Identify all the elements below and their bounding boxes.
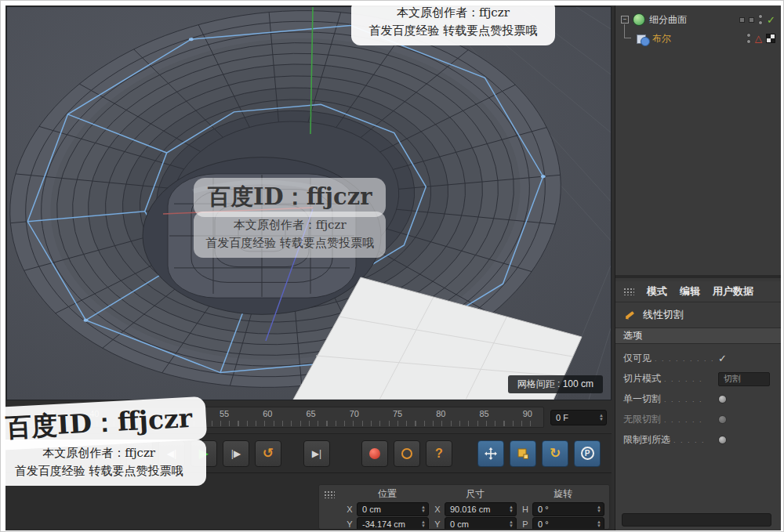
warning-triangle-icon: △ <box>755 33 762 44</box>
dotted-leader: . . . . . . <box>664 396 715 404</box>
field-stepper[interactable]: ▲▼ <box>597 505 601 513</box>
tab-mode[interactable]: 模式 <box>647 284 667 299</box>
stepper-down-icon[interactable]: ▼ <box>509 524 514 528</box>
rotation-h-field[interactable]: 0 ° ▲▼ <box>532 502 604 516</box>
option-label: 无限切割 <box>623 413 661 426</box>
field-stepper[interactable]: ▲▼ <box>421 520 426 528</box>
position-x-field[interactable]: 0 cm ▲▼ <box>357 502 429 516</box>
object-row-boole[interactable]: 布尔 △ <box>615 29 781 48</box>
pencil-icon <box>623 309 636 321</box>
subdivision-surface-icon <box>633 13 645 26</box>
options-section-header[interactable]: 选项 <box>615 328 781 344</box>
dotted-leader: . . . . . . <box>664 416 715 424</box>
object-label[interactable]: 细分曲面 <box>649 13 735 27</box>
checkbox-checked-icon[interactable]: ✓ <box>718 353 727 364</box>
tick-label: 80 <box>436 409 445 418</box>
size-x-field[interactable]: 90.016 cm ▲▼ <box>445 502 517 516</box>
goto-end-button[interactable]: ▶| <box>303 440 330 467</box>
rotation-h-value: 0 ° <box>538 505 597 514</box>
tab-user-data[interactable]: 用户数据 <box>713 284 753 299</box>
next-frame-button[interactable]: |▶ <box>223 440 249 467</box>
dotted-leader: . . . . . . . . . <box>655 355 715 363</box>
tab-edit[interactable]: 编辑 <box>680 284 700 299</box>
axis-label: P <box>521 519 529 529</box>
rotation-header: 旋转 <box>521 487 604 501</box>
coordinates-panel: 位置 尺寸 旋转 X 0 cm ▲▼ X <box>318 484 610 530</box>
field-stepper[interactable]: ▲▼ <box>421 505 426 513</box>
size-header: 尺寸 <box>434 487 517 501</box>
field-stepper[interactable]: ▲▼ <box>509 505 514 513</box>
object-label[interactable]: 布尔 <box>652 32 742 45</box>
checkbox-unchecked[interactable] <box>718 436 727 444</box>
rotate-tool-button[interactable]: ↻ <box>542 440 568 467</box>
checkbox-unchecked[interactable] <box>718 395 727 404</box>
layer-chip[interactable] <box>749 17 754 23</box>
position-y-field[interactable]: -34.174 cm ▲▼ <box>357 517 429 530</box>
watermark-big-box: 百度ID：ffjczr <box>194 178 386 217</box>
record-keyframe-button[interactable] <box>361 440 388 467</box>
dotted-leader: . . . . . <box>673 436 715 444</box>
visibility-dots[interactable] <box>746 33 751 44</box>
slice-mode-dropdown[interactable]: 切割 <box>718 372 770 386</box>
loop-icon: ↺ <box>263 445 274 461</box>
stepper-down-icon[interactable]: ▼ <box>597 509 601 513</box>
watermark-line2: 首发百度经验 转载要点赞投票哦 <box>204 234 376 252</box>
watermark-bottom-left: 百度ID：ffjczr 本文原创作者：ffjczr 首发百度经验 转载要点赞投票… <box>0 402 206 486</box>
layer-chip[interactable] <box>739 17 745 23</box>
texture-checker-icon[interactable] <box>766 34 775 43</box>
visibility-dots[interactable] <box>758 14 763 25</box>
current-frame-field[interactable]: 0 F ▲ ▼ <box>550 410 607 425</box>
attribute-manager: 模式 编辑 用户数据 线性切割 选项 仅可见 . . . . . . . . .… <box>615 281 781 530</box>
autokey-button[interactable] <box>394 440 420 467</box>
stepper-down-icon[interactable]: ▼ <box>421 509 426 513</box>
watermark-lines-box: 本文原创作者：ffjczr 首发百度经验 转载要点赞投票哦 <box>351 0 555 45</box>
clipped-field[interactable] <box>622 513 771 527</box>
p-coordinate-icon: P <box>581 447 594 460</box>
dropdown-value: 切割 <box>724 373 741 385</box>
field-stepper[interactable]: ▲▼ <box>597 520 601 528</box>
field-stepper[interactable]: ▲▼ <box>509 520 514 528</box>
option-restrict-to-selection: 限制到所选 . . . . . <box>623 432 773 447</box>
tick-label: 90 <box>523 409 532 418</box>
panel-handle-icon <box>324 490 335 498</box>
rotation-p-field[interactable]: 0 ° ▲▼ <box>532 517 604 530</box>
stepper-down-icon[interactable]: ▼ <box>597 524 601 528</box>
size-y-field[interactable]: 0 cm ▲▼ <box>445 517 517 530</box>
tree-collapse-toggle[interactable]: − <box>621 16 629 24</box>
watermark-line1: 本文原创作者：ffjczr <box>204 216 376 234</box>
option-single-cut: 单一切割 . . . . . . <box>623 392 773 407</box>
axis-label: X <box>434 505 441 514</box>
keying-help-button[interactable]: ? <box>426 440 452 467</box>
stepper-down-icon[interactable]: ▼ <box>599 418 604 422</box>
frame-stepper[interactable]: ▲ ▼ <box>599 414 604 422</box>
app-window: 网格间距 : 100 cm 35 40 45 50 55 60 65 70 75… <box>0 0 784 532</box>
active-tool-row: 线性切割 <box>615 302 781 328</box>
move-tool-button[interactable] <box>477 440 504 467</box>
scale-tool-button[interactable] <box>510 440 536 467</box>
watermark-line2: 首发百度经验 转载要点赞投票哦 <box>2 462 196 480</box>
question-icon: ? <box>435 447 443 461</box>
minus-icon: − <box>623 16 627 23</box>
loop-playback-button[interactable]: ↺ <box>255 440 281 467</box>
dotted-leader: . . . . . . <box>664 375 715 383</box>
size-y-value: 0 cm <box>450 519 509 529</box>
axis-label: Y <box>434 519 441 529</box>
stepper-down-icon[interactable]: ▼ <box>509 509 514 513</box>
scale-icon <box>516 447 530 461</box>
option-only-visible: 仅可见 . . . . . . . . . ✓ <box>623 351 773 366</box>
boole-icon <box>636 32 648 45</box>
enabled-check-icon[interactable]: ✓ <box>767 14 775 26</box>
coordinate-system-button[interactable]: P <box>574 440 601 467</box>
watermark-big-text: 百度ID：ffjczr <box>208 183 372 210</box>
stepper-down-icon[interactable]: ▼ <box>421 524 426 528</box>
option-label: 单一切割 <box>623 393 661 406</box>
position-x-value: 0 cm <box>362 505 421 514</box>
record-dot-icon <box>369 448 380 459</box>
tick-label: 60 <box>263 409 272 418</box>
tree-branch <box>624 24 631 38</box>
tool-options: 仅可见 . . . . . . . . . ✓ 切片模式 . . . . . .… <box>615 344 781 454</box>
watermark-big-box: 百度ID：ffjczr <box>0 396 208 451</box>
option-label: 仅可见 <box>623 352 652 365</box>
rotate-icon: ↻ <box>550 445 561 461</box>
object-row-subdivision-surface[interactable]: − 细分曲面 ✓ <box>615 10 781 29</box>
